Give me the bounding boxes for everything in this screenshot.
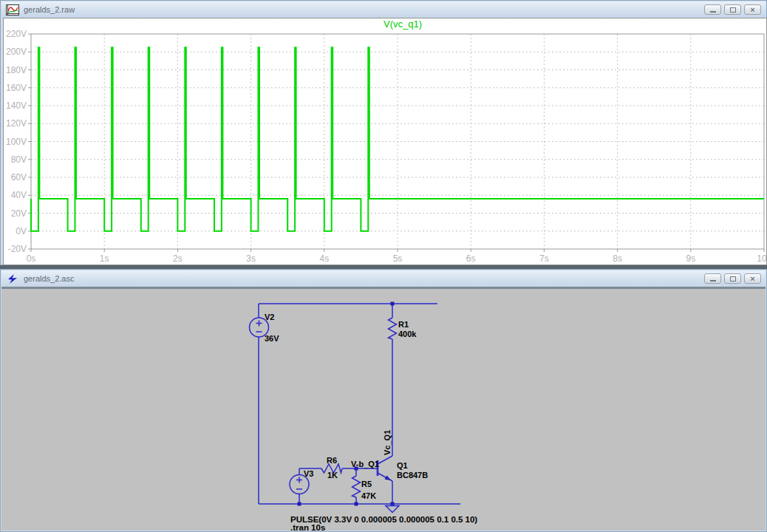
y-tick-label: 40V [11, 190, 27, 200]
plot-area[interactable]: 220V200V180V160V140V120V100V80V60V40V20V… [3, 18, 767, 265]
close-button[interactable]: × [744, 4, 761, 15]
y-tick-label: -20V [8, 244, 27, 254]
schematic-window-controls: × [704, 273, 761, 284]
x-tick-label: 4s [319, 253, 329, 264]
waveform-window-title: geralds_2.raw [24, 5, 75, 14]
restore-button[interactable] [724, 273, 741, 284]
x-tick-label: 8s [613, 253, 622, 264]
plot-tick-labels: 220V200V180V160V140V120V100V80V60V40V20V… [6, 29, 767, 264]
waveform-file-icon [6, 4, 19, 16]
minimize-icon [710, 280, 716, 282]
y-tick-label: 200V [6, 47, 27, 57]
y-tick-label: 60V [11, 172, 27, 183]
y-tick-label: 140V [6, 100, 27, 111]
v2-ref-label[interactable]: V2 [265, 313, 274, 321]
close-icon: × [750, 6, 754, 13]
emitter-arrow-icon [385, 476, 391, 481]
y-tick-label: 160V [6, 83, 27, 93]
y-tick-label: 220V [6, 29, 27, 39]
r5-value-label[interactable]: 47K [361, 491, 376, 500]
component-r5[interactable] [352, 476, 361, 497]
x-tick-label: 2s [173, 253, 183, 264]
waveform-plot[interactable]: 220V200V180V160V140V120V100V80V60V40V20V… [4, 18, 766, 265]
component-r1[interactable] [389, 318, 397, 339]
r6-value-label[interactable]: 1K [327, 471, 338, 480]
minimize-button[interactable] [704, 4, 721, 15]
trace-legend[interactable]: V(vc_q1) [384, 18, 422, 30]
component-q1[interactable] [378, 456, 392, 481]
restore-button[interactable] [724, 4, 741, 15]
x-tick-label: 10s [757, 253, 767, 264]
tran-directive[interactable]: .tran 10s [290, 523, 325, 532]
schematic-window: geralds_2.asc × [0, 269, 767, 532]
x-tick-label: 7s [539, 253, 549, 264]
y-tick-label: 120V [6, 118, 27, 129]
x-tick-label: 3s [246, 253, 256, 264]
q1-value-label[interactable]: BC847B [397, 471, 428, 480]
schematic-titlebar[interactable]: geralds_2.asc × [1, 270, 766, 287]
plot-ticks [28, 34, 764, 252]
r1-value-label[interactable]: 400k [398, 330, 417, 338]
y-tick-label: 180V [6, 65, 27, 75]
r1-ref-label[interactable]: R1 [398, 320, 409, 329]
r5-ref-label[interactable]: R5 [361, 480, 372, 488]
schematic-window-title: geralds_2.asc [24, 274, 75, 283]
y-tick-label: 20V [11, 208, 27, 219]
minimize-button[interactable] [704, 273, 721, 284]
wires [259, 304, 460, 504]
y-tick-label: 80V [11, 154, 27, 165]
waveform-window-controls: × [704, 4, 761, 15]
x-tick-label: 0s [27, 253, 36, 264]
waveform-titlebar[interactable]: geralds_2.raw × [1, 1, 766, 18]
y-tick-label: 0V [16, 226, 27, 236]
x-tick-label: 5s [393, 253, 403, 264]
waveform-window: geralds_2.raw × 220V200V180V160V140V120V… [0, 0, 767, 265]
minimize-icon [710, 11, 716, 13]
net-label-v-b-q1[interactable]: V-b_Q1 [351, 460, 379, 468]
v2-value-label[interactable]: 36V [265, 334, 279, 343]
restore-icon [730, 276, 736, 282]
schematic-file-icon [6, 273, 19, 284]
q1-ref-label[interactable]: Q1 [397, 461, 408, 470]
v3-ref-label[interactable]: V3 [304, 469, 313, 478]
x-tick-label: 6s [466, 253, 476, 264]
restore-icon [730, 7, 736, 13]
x-tick-label: 9s [686, 253, 695, 264]
plus-icon [296, 477, 302, 483]
schematic-canvas[interactable]: V2 36V R1 400k Vc_Q1 R6 1K V-b_Q1 V3 R5 … [1, 287, 766, 531]
ground-icon[interactable] [386, 504, 399, 513]
y-tick-label: 100V [6, 137, 27, 147]
r6-ref-label[interactable]: R6 [327, 456, 337, 465]
plus-icon [256, 321, 262, 327]
net-label-vc-q1[interactable]: Vc_Q1 [383, 430, 392, 455]
x-tick-label: 1s [100, 253, 109, 264]
close-button[interactable]: × [744, 273, 761, 284]
close-icon: × [750, 275, 754, 282]
